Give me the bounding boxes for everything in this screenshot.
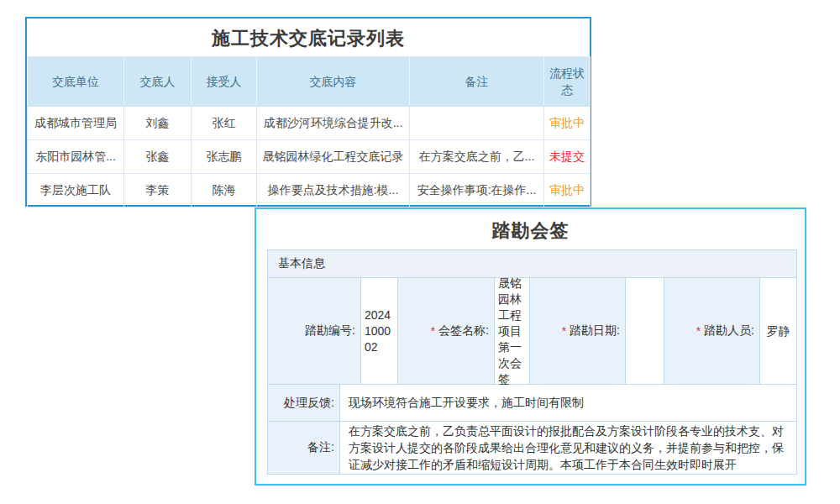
remark-label-cell: 备注: bbox=[268, 422, 339, 474]
cell-person: 张鑫 bbox=[124, 140, 192, 174]
col-header-status: 流程状态 bbox=[544, 57, 591, 107]
feedback-row: 处理反馈: 现场环境符合施工开设要求，施工时间有限制 bbox=[268, 384, 796, 421]
cell-person: 李策 bbox=[124, 174, 192, 207]
survey-signoff-title: 踏勘会签 bbox=[256, 209, 805, 249]
col-header-unit: 交底单位 bbox=[28, 57, 124, 107]
fields-row: 踏勘编号: 2024100002 * 会签名称: 晟铭园林工程项目第一次会签 *… bbox=[268, 277, 796, 384]
field-label: 踏勘人员: bbox=[704, 323, 754, 339]
table-row[interactable]: 成都城市管理局 刘鑫 张红 成都沙河环境综合提升改... 审批中 bbox=[28, 107, 591, 140]
cell-content: 晟铭园林绿化工程交底记录 bbox=[257, 140, 410, 174]
survey-signoff-panel: 踏勘会签 基本信息 踏勘编号: 2024100002 * 会签名称: 晟铭园林工… bbox=[255, 207, 806, 486]
col-header-content: 交底内容 bbox=[257, 57, 410, 107]
survey-number-value: 2024100002 bbox=[360, 278, 397, 384]
signoff-form-table: 基本信息 踏勘编号: 2024100002 * 会签名称: 晟铭园林工程项目第一… bbox=[267, 249, 797, 475]
status-badge: 未提交 bbox=[544, 140, 591, 174]
cell-receiver: 张红 bbox=[192, 107, 257, 140]
cell-content: 成都沙河环境综合提升改... bbox=[257, 107, 410, 140]
survey-date-label-cell: * 踏勘日期: bbox=[529, 278, 625, 384]
remark-value: 在方案交底之前，乙负责总平面设计的报批配合及方案设计阶段各专业的技术支、对方案设… bbox=[339, 422, 796, 474]
field-label: 备注: bbox=[307, 440, 334, 455]
field-label: 处理反馈: bbox=[284, 396, 334, 411]
disclosure-list-title: 施工技术交底记录列表 bbox=[27, 18, 590, 56]
status-badge: 审批中 bbox=[544, 107, 591, 140]
cell-unit: 李层次施工队 bbox=[28, 174, 124, 207]
cell-receiver: 陈海 bbox=[192, 174, 257, 207]
cell-remark: 在方案交底之前，乙... bbox=[410, 140, 544, 174]
disclosure-list-panel: 施工技术交底记录列表 交底单位 交底人 接受人 交底内容 备注 流程状态 成都城… bbox=[25, 17, 591, 207]
table-row[interactable]: 东阳市园林管... 张鑫 张志鹏 晟铭园林绿化工程交底记录 在方案交底之前，乙.… bbox=[28, 140, 591, 174]
signoff-name-label-cell: * 会签名称: bbox=[397, 278, 494, 384]
remark-row: 备注: 在方案交底之前，乙负责总平面设计的报批配合及方案设计阶段各专业的技术支、… bbox=[268, 421, 796, 474]
feedback-value: 现场环境符合施工开设要求，施工时间有限制 bbox=[339, 385, 796, 421]
field-label: 踏勘编号: bbox=[305, 323, 355, 339]
cell-remark: 安全操作事项:在操作... bbox=[410, 174, 544, 207]
table-row[interactable]: 李层次施工队 李策 陈海 操作要点及技术措施:模... 安全操作事项:在操作..… bbox=[28, 174, 591, 207]
cell-receiver: 张志鹏 bbox=[192, 140, 257, 174]
field-label: 会签名称: bbox=[438, 323, 489, 339]
required-asterisk: * bbox=[431, 324, 435, 338]
cell-remark bbox=[410, 107, 544, 140]
disclosure-table-header-row: 交底单位 交底人 接受人 交底内容 备注 流程状态 bbox=[28, 57, 591, 107]
cell-unit: 成都城市管理局 bbox=[28, 107, 124, 140]
disclosure-table: 交底单位 交底人 接受人 交底内容 备注 流程状态 成都城市管理局 刘鑫 张红 … bbox=[27, 56, 591, 207]
section-header-label: 基本信息 bbox=[278, 256, 325, 271]
survey-number-label-cell: 踏勘编号: bbox=[268, 278, 360, 384]
feedback-label-cell: 处理反馈: bbox=[268, 385, 339, 421]
section-header-basic-info: 基本信息 bbox=[268, 250, 796, 277]
col-header-remark: 备注 bbox=[410, 57, 544, 107]
survey-date-value bbox=[625, 278, 664, 384]
signoff-name-value: 晟铭园林工程项目第一次会签 bbox=[494, 278, 529, 384]
required-asterisk: * bbox=[562, 324, 566, 338]
survey-staff-label-cell: * 踏勘人员: bbox=[664, 278, 759, 384]
col-header-receiver: 接受人 bbox=[192, 57, 257, 107]
status-badge: 审批中 bbox=[544, 174, 591, 207]
col-header-person: 交底人 bbox=[124, 57, 192, 107]
field-label: 踏勘日期: bbox=[570, 323, 620, 339]
cell-person: 刘鑫 bbox=[124, 107, 192, 140]
required-asterisk: * bbox=[696, 324, 701, 338]
cell-content: 操作要点及技术措施:模... bbox=[257, 174, 410, 207]
survey-staff-value: 罗静 bbox=[759, 278, 796, 384]
cell-unit: 东阳市园林管... bbox=[28, 140, 124, 174]
